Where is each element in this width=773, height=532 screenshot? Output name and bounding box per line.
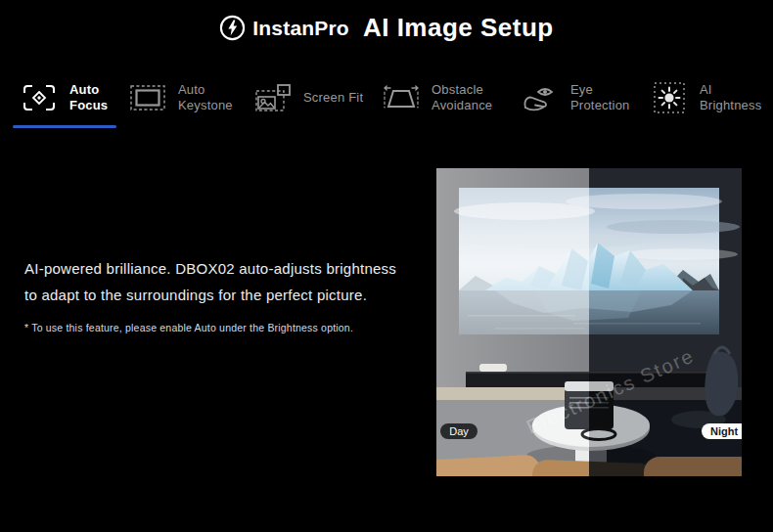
tab-eye-protection[interactable]: EyeProtection [521,80,630,115]
page-title: AI Image Setup [363,13,554,43]
footnote: * To use this feature, please enable Aut… [24,322,435,333]
header: InstanPro AI Image Setup [0,13,773,43]
tab-screen-fit[interactable]: Screen Fit [253,80,363,115]
tab-label: AutoKeystone [178,82,233,114]
eye-protection-icon [521,80,560,115]
tab-label: Screen Fit [303,90,363,107]
auto-keystone-icon [128,80,167,115]
tab-label: AIBrightness [700,82,761,114]
brand: InstanPro [219,15,349,41]
tab-auto-focus[interactable]: AutoFocus [20,80,108,115]
tab-obstacle-avoidance[interactable]: ObstacleAvoidance [382,80,492,115]
room-scene [436,168,742,476]
page: InstanPro AI Image Setup AutoFocus [0,0,773,532]
day-badge: Day [440,423,477,439]
obstacle-avoidance-icon [382,80,421,115]
auto-focus-icon [20,80,59,115]
tab-auto-keystone[interactable]: AutoKeystone [128,80,233,115]
tab-label: ObstacleAvoidance [432,82,492,114]
night-badge: Night [702,423,742,439]
feature-tab-bar: AutoFocus AutoKeystone [0,76,773,131]
day-badge-label: Day [449,425,469,437]
day-night-comparison-photo: Electronics Store Day Night [436,168,742,476]
active-tab-underline [13,125,116,128]
description-line-2: to adapt to the surroundings for the per… [24,282,435,308]
tab-ai-brightness[interactable]: AIBrightness [650,80,761,115]
brand-name: InstanPro [252,17,349,40]
tab-label: EyeProtection [570,82,630,114]
night-badge-label: Night [710,425,738,437]
lightning-logo-icon [219,15,246,41]
feature-description: AI-powered brilliance. DBOX02 auto-adjus… [24,255,435,333]
ai-brightness-icon [650,80,689,115]
tab-label: AutoFocus [69,82,108,114]
screen-fit-icon [253,80,293,115]
description-line-1: AI-powered brilliance. DBOX02 auto-adjus… [24,255,435,282]
